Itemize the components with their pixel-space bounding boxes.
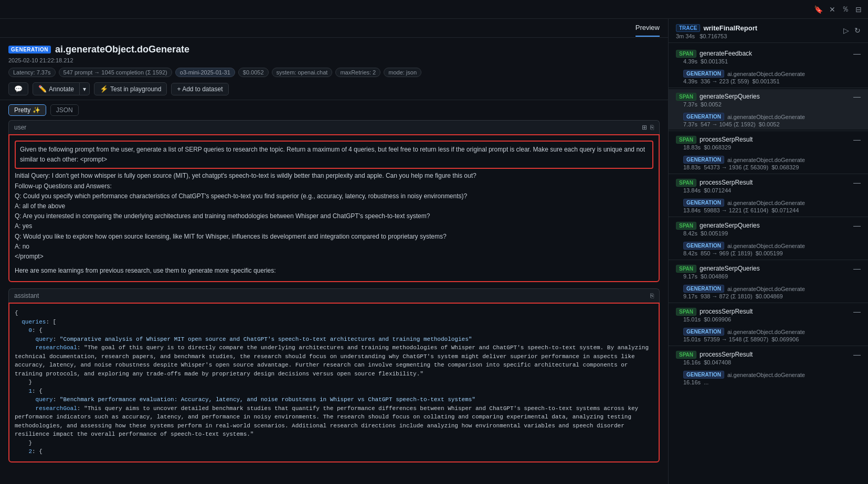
divider-1: [669, 88, 868, 88]
trace-subitem-gen-1[interactable]: GENERATION ai.generateObject.doGenerate …: [669, 68, 868, 87]
generation-header: GENERATION ai.generateObject.doGenerate …: [0, 38, 668, 100]
trace-name-generateSerpQueries-3: generateSerpQueries: [700, 265, 760, 272]
collapse-3[interactable]: —: [853, 135, 861, 144]
trace-subitem-gen-8[interactable]: GENERATION ai.generateObject.doGenerate …: [669, 369, 868, 388]
trace-name-processSerpResult-1: processSerpResult: [700, 136, 753, 143]
user-line-6: A: yes: [15, 221, 653, 231]
gen-date: 2025-02-10 21:22:18.212: [8, 57, 660, 63]
tab-preview[interactable]: Preview: [636, 19, 660, 37]
percent-icon[interactable]: ％: [842, 5, 849, 14]
annotate-group: ✏️ Annotate ▾: [33, 82, 90, 95]
trace-name-processSerpResult-3: processSerpResult: [700, 308, 753, 315]
user-message-header: user ⊞ ⎘: [8, 120, 660, 134]
trace-item-processSerpResult-4[interactable]: SPAN processSerpResult — 16.16s $0.04740…: [669, 347, 868, 369]
trace-item-generateSerpQueries-1[interactable]: SPAN generateSerpQueries — 7.37s $0.0052: [669, 89, 868, 111]
play-icon[interactable]: ▷: [843, 26, 849, 35]
trace-duration: 3m 34s: [676, 33, 695, 39]
divider-2: [669, 131, 868, 131]
collapse-5[interactable]: —: [853, 221, 861, 230]
add-to-dataset-button[interactable]: + Add to dataset: [171, 83, 228, 95]
trace-item-header-5: SPAN generateSerpQueries —: [676, 221, 861, 230]
left-panel: Preview GENERATION ai.generateObject.doG…: [0, 19, 669, 484]
trace-subitem-gen-2[interactable]: GENERATION ai.generateObject.doGenerate …: [669, 111, 868, 130]
pretty-button[interactable]: Pretty ✨: [8, 104, 46, 116]
content-area[interactable]: user ⊞ ⎘ Given the following prompt from…: [0, 120, 668, 484]
comment-button[interactable]: 💬: [8, 82, 28, 95]
assistant-role-label: assistant: [14, 292, 39, 299]
user-line-7: Q: Would you like to explore how open so…: [15, 232, 653, 242]
trace-subitem-left-2: GENERATION ai.generateObject.doGenerate: [683, 113, 805, 121]
divider-6: [669, 303, 868, 303]
user-line-9: </prompt>: [15, 252, 653, 262]
trace-item-generateSerpQueries-3[interactable]: SPAN generateSerpQueries — 9.17s $0.0048…: [669, 261, 868, 283]
close-icon[interactable]: ✕: [829, 5, 835, 14]
collapse-4[interactable]: —: [853, 178, 861, 187]
format-toggle: Pretty ✨ JSON: [0, 100, 668, 120]
trace-gen-detail-8: 16.16s ...: [683, 379, 861, 385]
top-bar: 🔖 ✕ ％ ⊟: [0, 0, 868, 19]
gen-badge-7: GENERATION: [683, 328, 724, 336]
annotate-button[interactable]: ✏️ Annotate: [33, 82, 80, 95]
collapse-7[interactable]: —: [853, 307, 861, 316]
code-line-2: queries: [: [15, 318, 653, 327]
trace-subitem-gen-3[interactable]: GENERATION ai.generateObject.doGenerate …: [669, 154, 868, 173]
annotate-dropdown[interactable]: ▾: [80, 82, 90, 95]
trace-item-left-2: SPAN generateSerpQueries: [676, 93, 760, 101]
trace-item-left-3: SPAN processSerpResult: [676, 136, 753, 144]
collapse-1[interactable]: —: [853, 49, 861, 58]
trace-item-processSerpResult-3[interactable]: SPAN processSerpResult — 15.01s $0.06990…: [669, 304, 868, 326]
gen-badge-3: GENERATION: [683, 156, 724, 164]
assistant-message-icons: ⎘: [650, 292, 654, 299]
code-line-11: 2: {: [15, 447, 653, 456]
trace-gen-detail-4: 13.84s 59883 → 1221 (Σ 61104) $0.071244: [683, 207, 861, 213]
trace-item-left-7: SPAN processSerpResult: [676, 308, 753, 316]
user-line-3: Q: Could you specify which performance c…: [15, 191, 653, 201]
trace-item-processSerpResult-2[interactable]: SPAN processSerpResult — 13.84s $0.07124…: [669, 175, 868, 197]
copy-icon-2[interactable]: ⎘: [650, 292, 654, 299]
trace-gen-name-7: ai.generateObject.doGenerate: [727, 329, 805, 335]
trace-subitem-gen-6[interactable]: GENERATION ai.generateObject.doGenerate …: [669, 283, 868, 302]
trace-gen-name-5: ai.generateObject.doGenerate: [727, 243, 805, 249]
collapse-2[interactable]: —: [853, 92, 861, 101]
trace-name-processSerpResult-4: processSerpResult: [700, 351, 753, 358]
trace-item-processSerpResult-1[interactable]: SPAN processSerpResult — 18.83s $0.06832…: [669, 132, 868, 154]
meta-system: system: openai.chat: [272, 68, 333, 77]
trace-item-generateFeedback[interactable]: SPAN generateFeedback — 4.39s $0.001351: [669, 46, 868, 68]
assistant-message-block: assistant ⎘ { queries: [ 0: { query: "Co…: [8, 288, 660, 463]
trace-item-header-6: SPAN generateSerpQueries —: [676, 264, 861, 273]
trace-item-left-5: SPAN generateSerpQueries: [676, 222, 760, 230]
span-badge-3: SPAN: [676, 136, 696, 144]
gen-title-row: GENERATION ai.generateObject.doGenerate: [8, 44, 660, 55]
trace-list[interactable]: SPAN generateFeedback — 4.39s $0.001351 …: [669, 43, 868, 484]
meta-retries: maxRetries: 2: [335, 68, 380, 77]
trace-meta-3: 18.83s $0.068329: [676, 144, 861, 150]
trace-subitem-gen-7[interactable]: GENERATION ai.generateObject.doGenerate …: [669, 326, 868, 345]
test-in-playground-button[interactable]: ⚡ Test in playground: [94, 82, 167, 95]
grid-icon[interactable]: ⊞: [642, 124, 647, 131]
copy-icon[interactable]: ⎘: [650, 124, 654, 131]
bookmark-icon[interactable]: 🔖: [814, 5, 823, 14]
top-bar-icons: 🔖 ✕ ％ ⊟: [814, 5, 862, 14]
user-message-icons: ⊞ ⎘: [642, 124, 654, 131]
refresh-icon[interactable]: ↻: [854, 26, 861, 35]
trace-item-left-8: SPAN processSerpResult: [676, 351, 753, 359]
json-button[interactable]: JSON: [50, 104, 79, 116]
collapse-8[interactable]: —: [853, 350, 861, 359]
divider-3: [669, 174, 868, 174]
filter-icon[interactable]: ⊟: [855, 5, 862, 14]
trace-item-generateSerpQueries-2[interactable]: SPAN generateSerpQueries — 8.42s $0.0051…: [669, 218, 868, 240]
meta-tags: Latency: 7.37s 547 prompt → 1045 complet…: [8, 68, 660, 77]
pretty-label: Pretty ✨: [14, 106, 40, 114]
collapse-6[interactable]: —: [853, 264, 861, 273]
user-body-lines: Initial Query: I don't get how whisper i…: [15, 171, 653, 276]
trace-subitem-left-1: GENERATION ai.generateObject.doGenerate: [683, 70, 805, 78]
code-line-1: {: [15, 309, 653, 318]
span-badge-2: SPAN: [676, 93, 696, 101]
trace-subitem-header-7: GENERATION ai.generateObject.doGenerate: [683, 328, 861, 336]
meta-model[interactable]: o3-mini-2025-01-31: [175, 68, 235, 77]
trace-subitem-gen-5[interactable]: GENERATION ai.generateObject.doGenerate …: [669, 240, 868, 259]
trace-subitem-header-6: GENERATION ai.generateObject.doGenerate: [683, 285, 861, 293]
trace-subitem-header-1: GENERATION ai.generateObject.doGenerate: [683, 70, 861, 78]
trace-subitem-left-7: GENERATION ai.generateObject.doGenerate: [683, 328, 805, 336]
trace-subitem-gen-4[interactable]: GENERATION ai.generateObject.doGenerate …: [669, 197, 868, 216]
